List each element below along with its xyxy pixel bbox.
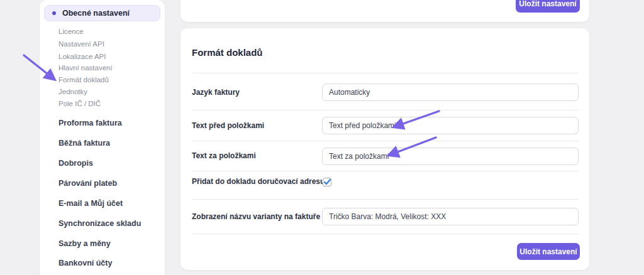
sidebar-item-parovani-plateb[interactable]: Párování plateb xyxy=(58,179,117,188)
page-title: Formát dokladů xyxy=(192,47,263,58)
format-dokladu-card: Formát dokladů Jazyk faktury Text před p… xyxy=(180,28,589,270)
text-pred-polozkami-label: Text před položkami xyxy=(192,121,264,131)
sidebar-item-nastaveni-api[interactable]: Nastavení API xyxy=(58,40,104,48)
settings-page: { "colors": { "accent": "#6d5ce0", "acce… xyxy=(0,0,644,275)
active-bullet-icon xyxy=(52,11,56,15)
nazev-varianty-input[interactable] xyxy=(322,208,579,225)
jazyk-faktury-label: Jazyk faktury xyxy=(192,87,240,97)
jazyk-faktury-input[interactable] xyxy=(322,84,579,101)
sidebar-item-sazby-a-meny[interactable]: Sazby a měny xyxy=(58,239,111,248)
sidebar-item-licence[interactable]: Licence xyxy=(58,27,84,36)
sidebar-item-dobropis[interactable]: Dobropis xyxy=(58,159,93,168)
dorucovaci-adresa-checkbox[interactable] xyxy=(323,178,331,186)
divider xyxy=(192,73,579,73)
divider xyxy=(192,199,579,200)
settings-sidebar: Obecné nastavení Licence Nastavení API L… xyxy=(40,0,165,275)
divider xyxy=(192,171,579,171)
checkmark-icon xyxy=(324,179,331,185)
sidebar-item-obecne-nastaveni[interactable]: Obecné nastavení xyxy=(44,5,160,21)
text-za-polozkami-input[interactable] xyxy=(322,148,579,165)
sidebar-item-jednotky[interactable]: Jednotky xyxy=(58,87,87,96)
sidebar-item-bezna-faktura[interactable]: Běžná faktura xyxy=(58,139,110,148)
dorucovaci-adresa-label: Přidat do dokladu doručovací adresu xyxy=(192,176,325,186)
save-settings-button[interactable]: Uložit nastavení xyxy=(517,243,580,260)
divider xyxy=(192,110,579,111)
divider xyxy=(192,234,579,234)
sidebar-item-bankovni-ucty[interactable]: Bankovní účty xyxy=(58,259,112,267)
text-pred-polozkami-input[interactable] xyxy=(322,117,579,134)
sidebar-item-proforma-faktura[interactable]: Proforma faktura xyxy=(58,119,122,127)
nazev-varianty-label: Zobrazení názvu varianty na faktuře xyxy=(192,212,320,222)
sidebar-item-hlavni-nastaveni[interactable]: Hlavní nastavení xyxy=(58,63,113,72)
sidebar-item-format-dokladu[interactable]: Formát dokladů xyxy=(58,75,109,84)
sidebar-item-synchronizace-skladu[interactable]: Synchronizace skladu xyxy=(58,219,141,228)
sidebar-item-email-muj-ucet[interactable]: E-mail a Můj účet xyxy=(58,199,123,208)
save-settings-button-top[interactable]: Uložit nastavení xyxy=(516,0,580,13)
sidebar-item-pole-ic-dic[interactable]: Pole IČ / DIČ xyxy=(58,99,101,108)
previous-settings-card: Uložit nastavení xyxy=(180,0,589,22)
sidebar-item-lokalizace-api[interactable]: Lokalizace API xyxy=(58,52,106,61)
sidebar-item-label: Obecné nastavení xyxy=(62,9,130,18)
divider xyxy=(192,141,579,141)
text-za-polozkami-label: Text za položkami xyxy=(192,151,256,161)
